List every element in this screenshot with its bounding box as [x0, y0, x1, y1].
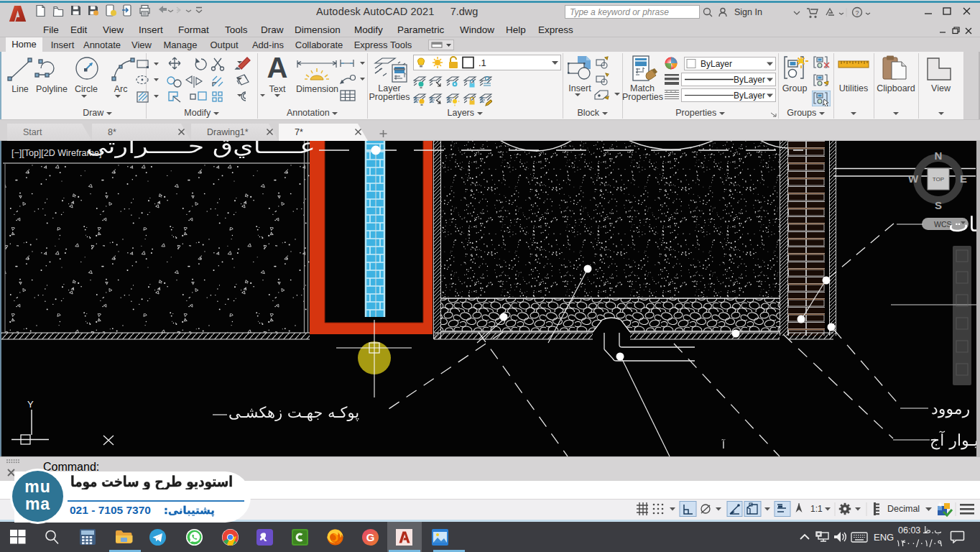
svg-text:.1: .1: [479, 58, 486, 68]
svg-text:S: S: [935, 199, 942, 211]
svg-text:[−][Top][2D Wireframe]: [−][Top][2D Wireframe]: [11, 148, 101, 158]
svg-text:G: G: [366, 531, 375, 543]
svg-text:1:1: 1:1: [810, 504, 823, 514]
svg-text:TOP: TOP: [933, 176, 944, 183]
svg-text:Decimal: Decimal: [887, 504, 920, 514]
svg-text:ByLayer: ByLayer: [701, 59, 732, 69]
svg-text:WCS: WCS: [934, 220, 952, 229]
svg-text:N: N: [935, 150, 943, 162]
svg-text:ByLayer: ByLayer: [734, 91, 765, 101]
svg-text:?: ?: [855, 9, 859, 17]
svg-text:W: W: [908, 172, 919, 185]
svg-text:ByLayer: ByLayer: [734, 75, 765, 85]
svg-text:Y: Y: [27, 399, 34, 410]
svg-text:E: E: [960, 172, 967, 185]
svg-text:06:03: 06:03: [898, 525, 920, 535]
svg-text:021 - 7105 7370: 021 - 7105 7370: [70, 504, 151, 516]
